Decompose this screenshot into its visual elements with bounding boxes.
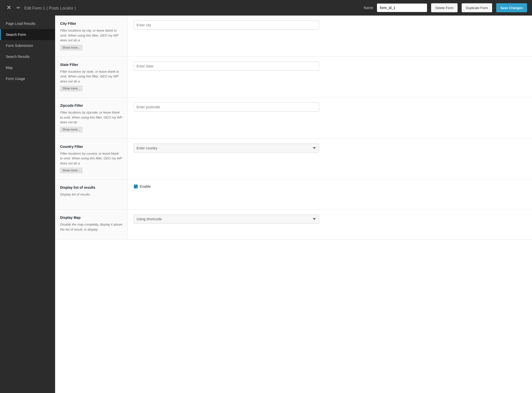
display-map-label: Display Map Disable the map completly, d… <box>55 210 128 239</box>
sidebar-item-form-submission[interactable]: Form Submission <box>0 40 55 51</box>
display-list-row: Display list of results Display list of … <box>55 179 532 210</box>
sidebar: Page Load Results Search Form Form Submi… <box>0 16 55 393</box>
display-list-label: Display list of results Display list of … <box>55 179 128 209</box>
edit-icon: ✏ <box>17 5 20 11</box>
duplicate-form-button[interactable]: Duplicate Form <box>462 3 492 12</box>
city-show-more[interactable]: Show more... <box>60 45 82 50</box>
main-layout: Page Load Results Search Form Form Submi… <box>0 16 532 393</box>
sidebar-item-page-load-results[interactable]: Page Load Results <box>0 18 55 29</box>
state-filter-label: State Filter Filter locations by state, … <box>55 57 128 97</box>
sidebar-item-form-usage[interactable]: Form Usage <box>0 73 55 84</box>
state-show-more[interactable]: Show more... <box>60 86 82 91</box>
main-content: City Filter Filter locations by city, or… <box>55 16 532 393</box>
country-filter-select[interactable]: Enter country <box>134 144 319 153</box>
form-name-input[interactable] <box>377 4 427 12</box>
display-map-row: Display Map Disable the map completly, d… <box>55 210 532 240</box>
state-filter-row: State Filter Filter locations by state, … <box>55 57 532 98</box>
state-filter-control <box>128 57 532 97</box>
country-filter-control: Enter country <box>128 139 532 179</box>
page-title: Edit Form 1 ( Posts Locator ) <box>24 5 360 11</box>
name-label: Name <box>364 6 373 10</box>
display-list-checkbox[interactable] <box>134 184 138 188</box>
zipcode-filter-control <box>128 97 532 138</box>
city-filter-label: City Filter Filter locations by city, or… <box>55 16 128 56</box>
country-filter-label: Country Filter Filter locations by count… <box>55 139 128 179</box>
close-button[interactable]: ✕ <box>5 5 13 11</box>
display-list-checkbox-row: Enable <box>134 184 151 188</box>
display-list-control: Enable <box>128 179 532 209</box>
city-filter-control <box>128 16 532 56</box>
zipcode-filter-row: Zipcode Filter Filter locations by zipco… <box>55 97 532 139</box>
city-filter-input[interactable] <box>134 21 319 30</box>
sidebar-item-search-results[interactable]: Search Results <box>0 51 55 62</box>
sidebar-item-search-form[interactable]: Search Form <box>0 29 55 40</box>
state-filter-input[interactable] <box>134 62 319 71</box>
sidebar-item-map[interactable]: Map <box>0 62 55 73</box>
country-show-more[interactable]: Show more... <box>60 168 82 173</box>
city-filter-row: City Filter Filter locations by city, or… <box>55 16 532 57</box>
zipcode-show-more[interactable]: Show more... <box>60 127 82 132</box>
delete-form-button[interactable]: Delete Form <box>431 3 458 12</box>
display-map-control: Using shortcode <box>128 210 532 239</box>
zipcode-filter-input[interactable] <box>134 103 319 112</box>
save-changes-button[interactable]: Save Changes <box>496 3 527 12</box>
display-map-select[interactable]: Using shortcode <box>134 215 319 224</box>
zipcode-filter-label: Zipcode Filter Filter locations by zipco… <box>55 97 128 138</box>
header: ✕ ✏ Edit Form 1 ( Posts Locator ) Name D… <box>0 0 532 16</box>
country-filter-row: Country Filter Filter locations by count… <box>55 139 532 180</box>
display-list-checkbox-label: Enable <box>140 184 151 188</box>
